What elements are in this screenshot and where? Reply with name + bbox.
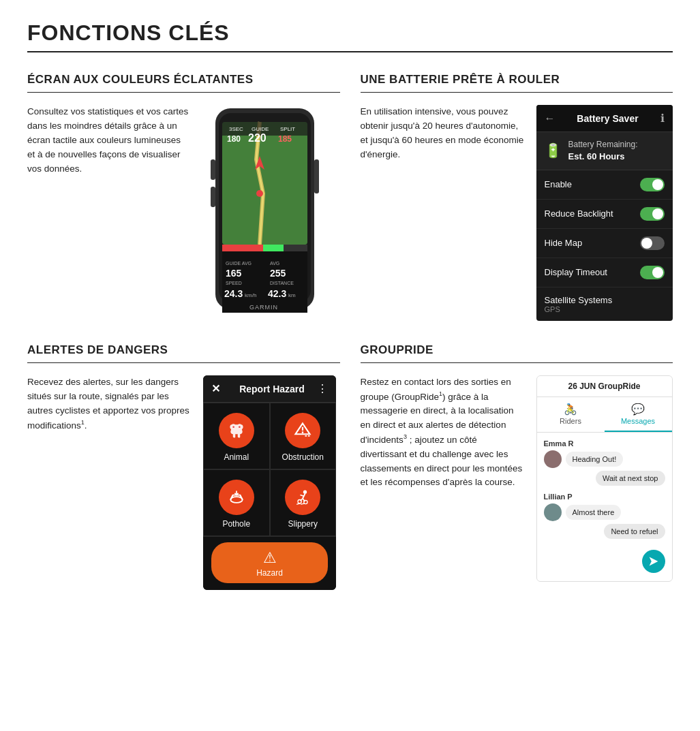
hazard-pothole-icon <box>219 480 254 515</box>
gr-send-icon <box>648 556 659 567</box>
hazard-text: Recevez des alertes, sur les dangers sit… <box>27 375 191 433</box>
bs-display-timeout-toggle[interactable] <box>640 266 665 279</box>
gr-send-button[interactable] <box>642 550 665 573</box>
hazard-slippery-label: Slippery <box>288 519 318 529</box>
hazard-animal-icon <box>219 413 254 448</box>
groupride-section-title: GROUPRIDE <box>361 343 673 357</box>
hazard-warning-icon: ⚠ <box>263 549 277 567</box>
hazard-close-icon[interactable]: ✕ <box>211 382 220 395</box>
battery-section-title: UNE BATTERIE PRÊTE À ROULER <box>361 73 673 87</box>
bs-battery-remaining-label: Battery Remaining: <box>568 140 638 149</box>
hazard-cell-animal[interactable]: Animal <box>203 403 270 469</box>
section-hazard: ALERTES DE DANGERS Recevez des alertes, … <box>27 343 340 610</box>
battery-text: En utilisation intensive, vous pouvez ob… <box>361 105 524 162</box>
bs-info-icon: ℹ <box>660 112 665 125</box>
svg-text:SPEED: SPEED <box>226 281 242 285</box>
bs-hide-map-row: Hide Map <box>536 229 673 258</box>
gr-msg2: Wait at next stop <box>596 471 665 486</box>
gr-emma-msg1: Heading Out! <box>566 452 624 467</box>
svg-text:km: km <box>288 292 296 298</box>
hazard-pothole-label: Pothole <box>222 519 250 529</box>
svg-text:220: 220 <box>248 132 267 144</box>
hazard-obstruction-icon <box>285 413 320 448</box>
hazard-slippery-icon <box>285 480 320 515</box>
hazard-menu-icon[interactable]: ⋮ <box>317 382 328 395</box>
bs-reduce-backlight-label: Reduce Backlight <box>545 208 613 219</box>
svg-point-35 <box>302 431 304 433</box>
bs-back-arrow-icon: ← <box>545 112 556 125</box>
gr-person-emma: Emma R Heading Out! Wait at next stop <box>544 439 665 486</box>
svg-text:42.3: 42.3 <box>268 288 286 299</box>
hazard-cell-obstruction[interactable]: Obstruction <box>270 403 337 469</box>
bs-header: ← Battery Saver ℹ <box>536 105 673 132</box>
groupride-text: Restez en contact lors des sorties en gr… <box>361 375 524 490</box>
hazard-animal-label: Animal <box>224 452 249 462</box>
svg-point-41 <box>303 491 307 494</box>
bs-hide-map-toggle[interactable] <box>640 236 665 250</box>
gr-lillian-msg3: Almost there <box>566 505 622 520</box>
svg-text:165: 165 <box>226 268 242 279</box>
svg-text:180: 180 <box>227 134 241 144</box>
svg-point-37 <box>230 497 243 503</box>
svg-point-31 <box>232 426 234 428</box>
svg-text:3SEC: 3SEC <box>229 126 243 132</box>
svg-marker-48 <box>649 557 658 566</box>
top-divider <box>27 51 673 52</box>
bs-header-title: Battery Saver <box>561 113 655 124</box>
svg-text:km/h: km/h <box>245 292 256 298</box>
bs-reduce-backlight-toggle[interactable] <box>640 207 665 221</box>
bs-battery-remaining-value: Est. 60 Hours <box>568 151 638 163</box>
gr-messages-area: Emma R Heading Out! Wait at next stop Li… <box>537 433 672 581</box>
gr-person-lillian: Lillian P Almost there Need to refuel <box>544 493 665 539</box>
main-grid: ÉCRAN AUX COULEURS ÉCLATANTES Consultez … <box>27 73 673 610</box>
svg-text:GARMIN: GARMIN <box>249 304 278 311</box>
bs-satellite-row: Satellite Systems GPS <box>536 287 673 321</box>
svg-point-32 <box>239 426 241 428</box>
page-title: FONCTIONS CLÉS <box>27 20 673 46</box>
bs-enable-toggle[interactable] <box>640 178 665 191</box>
display-section-title: ÉCRAN AUX COULEURS ÉCLATANTES <box>27 73 340 87</box>
gr-tab-riders[interactable]: 🚴 Riders <box>537 397 605 432</box>
hazard-content: Recevez des alertes, sur les dangers sit… <box>27 375 340 590</box>
hazard-text-main: Recevez des alertes, sur les dangers sit… <box>27 377 189 430</box>
hazard-obstruction-label: Obstruction <box>282 452 324 462</box>
hazard-sup: 1 <box>81 419 85 426</box>
gr-emma-name: Emma R <box>544 439 665 448</box>
groupride-content: Restez en contact lors des sorties en gr… <box>361 375 673 582</box>
hazard-header-title: Report Hazard <box>227 384 317 394</box>
gr-msg4: Need to refuel <box>604 524 665 539</box>
svg-text:SPLIT: SPLIT <box>280 126 295 132</box>
bs-satellite-sub: GPS <box>545 305 665 313</box>
groupride-ui: 26 JUN GroupRide 🚴 Riders 💬 Messages Emm… <box>536 375 673 582</box>
gr-lillian-name: Lillian P <box>544 493 665 501</box>
groupride-divider <box>361 362 673 363</box>
bs-enable-label: Enable <box>545 179 572 189</box>
display-divider <box>27 92 340 93</box>
hazard-grid: Animal Obstruction <box>203 403 336 536</box>
hazard-header: ✕ Report Hazard ⋮ <box>203 375 336 403</box>
gr-header: 26 JUN GroupRide <box>537 376 672 397</box>
bs-display-timeout-row: Display Timeout <box>536 258 673 287</box>
bs-enable-row: Enable <box>536 170 673 200</box>
hazard-bottom: ⚠ Hazard <box>203 536 336 590</box>
hazard-cell-slippery[interactable]: Slippery <box>270 469 337 536</box>
hazard-report-ui: ✕ Report Hazard ⋮ Ani <box>203 375 336 590</box>
display-content: Consultez vos statistiques et vos cartes… <box>27 105 340 323</box>
svg-text:GUIDE AVG: GUIDE AVG <box>226 261 252 266</box>
gr-messages-icon: 💬 <box>631 403 645 416</box>
battery-saver-ui: ← Battery Saver ℹ 🔋 Battery Remaining: E… <box>536 105 673 321</box>
svg-rect-30 <box>314 159 319 193</box>
gr-riders-icon: 🚴 <box>564 403 577 416</box>
section-display: ÉCRAN AUX COULEURS ÉCLATANTES Consultez … <box>27 73 340 343</box>
hazard-cell-pothole[interactable]: Pothole <box>203 469 270 536</box>
svg-rect-28 <box>211 159 215 180</box>
hazard-report-button[interactable]: ⚠ Hazard <box>211 542 328 583</box>
hazard-section-title: ALERTES DE DANGERS <box>27 343 340 357</box>
battery-divider <box>361 92 673 93</box>
gr-tab-messages[interactable]: 💬 Messages <box>605 397 672 432</box>
hazard-divider <box>27 362 340 363</box>
bs-battery-text: Battery Remaining: Est. 60 Hours <box>568 139 638 163</box>
gr-tabs: 🚴 Riders 💬 Messages <box>537 397 672 433</box>
hazard-btn-label: Hazard <box>256 568 283 578</box>
svg-point-5 <box>256 190 263 197</box>
